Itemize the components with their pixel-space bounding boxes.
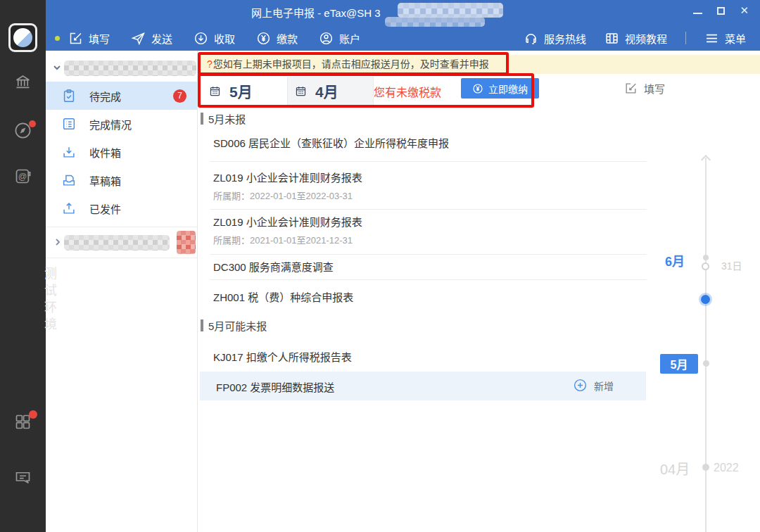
sidebar-menu: 待完成 7 完成情况 收件箱 草稿箱 已发件: [46, 82, 197, 222]
tab-month-may[interactable]: 5月: [202, 77, 288, 105]
toolbar-send-button[interactable]: 发送: [131, 31, 172, 46]
timeline-deadline-marker: [702, 262, 709, 270]
sidebar-item-todo[interactable]: 待完成 7: [46, 82, 197, 110]
edit-icon: [68, 31, 83, 46]
app-logo-icon[interactable]: [8, 23, 37, 52]
notice-banner: ?您如有上期未申报项目，请点击相应报送月份，及时查看并申报: [201, 55, 760, 74]
tab-month-label: 5月: [229, 80, 253, 101]
title-bar: 网上电子申报 - eTax@SH 3 ✕ 填写 发送 收取: [46, 0, 760, 51]
sidebar-item-sent[interactable]: 已发件: [46, 194, 197, 222]
section-header-unreported: 5月未报: [201, 111, 246, 126]
list-item[interactable]: ZL019 小企业会计准则财务报表: [213, 214, 362, 229]
list-icon: [61, 116, 77, 132]
tab-month-label: 4月: [315, 80, 338, 101]
panel-divider: [46, 227, 197, 227]
list-item[interactable]: ZL019 小企业会计准则财务报表: [213, 170, 362, 184]
close-icon[interactable]: ✕: [740, 6, 749, 15]
toolbar-send-label: 发送: [151, 31, 172, 46]
timeline-june-label[interactable]: 6月: [665, 251, 685, 270]
sidebar-item-label: 收件箱: [89, 145, 121, 160]
toolbar-menu-button[interactable]: 菜单: [704, 31, 746, 46]
pay-now-button[interactable]: 立即缴纳: [461, 78, 539, 99]
list-item-period: 所属期：2021-01-01至2021-12-31: [213, 233, 353, 246]
calendar-icon: [295, 85, 307, 97]
timeline-line: [705, 158, 707, 532]
send-icon: [131, 31, 146, 46]
bank-icon[interactable]: [13, 72, 32, 91]
row-divider: [210, 161, 647, 162]
sidebar-panel: 待完成 7 完成情况 收件箱 草稿箱 已发件: [46, 51, 198, 532]
fill-label: 填写: [644, 81, 665, 96]
tab-month-april[interactable]: 4月: [288, 77, 374, 105]
sidebar-item-drafts[interactable]: 草稿箱: [46, 166, 197, 194]
account-icon: [319, 31, 334, 46]
list-item[interactable]: ZH001 税（费）种综合申报表: [213, 289, 353, 304]
toolbar-video-button[interactable]: 视频教程: [604, 31, 667, 46]
list-item-highlighted[interactable]: FP002 发票明细数据报送 新增: [200, 372, 646, 400]
add-new-button[interactable]: 新增: [573, 378, 614, 393]
timeline-current-dot: [701, 295, 710, 304]
toolbar-divider: [685, 32, 686, 44]
yen-icon: [472, 83, 483, 94]
fill-button[interactable]: 填写: [624, 81, 665, 96]
todo-count-badge: 7: [173, 89, 186, 103]
sidebar-item-completion[interactable]: 完成情况: [46, 110, 197, 138]
sidebar-item-label: 待完成: [89, 89, 121, 103]
edit-icon: [624, 82, 638, 95]
company-selector[interactable]: [46, 56, 197, 80]
timeline-arrow-up-icon: [701, 155, 711, 165]
row-divider: [210, 254, 647, 255]
plus-circle-icon: [573, 378, 588, 393]
redacted-title-info: [398, 3, 503, 18]
timeline-dot: [702, 464, 709, 471]
toolbar-hotline-button[interactable]: 服务热线: [524, 31, 586, 46]
app-window: @ 测试环境 网上电子申报 - eTax@SH 3 ✕ 填写: [0, 0, 760, 532]
sidebar-item-label: 草稿箱: [89, 173, 121, 188]
timeline-may-badge[interactable]: 5月: [660, 354, 698, 374]
row-divider: [210, 209, 647, 210]
headset-icon: [524, 31, 538, 46]
section-header-maybe-unreported: 5月可能未报: [201, 318, 267, 333]
redacted-company-name: [64, 61, 196, 76]
toolbar-pay-button[interactable]: 缴款: [256, 31, 298, 46]
toolbar-receive-button[interactable]: 收取: [194, 31, 235, 46]
row-divider: [210, 279, 647, 280]
month-tabs: 5月 4月: [202, 77, 374, 105]
list-item[interactable]: SD006 居民企业（查账征收）企业所得税年度申报: [213, 135, 449, 150]
toolbar-receive-label: 收取: [214, 31, 235, 46]
list-item[interactable]: DC300 服务商满意度调查: [213, 259, 334, 274]
hamburger-icon: [704, 31, 719, 46]
toolbar-fill-label: 填写: [89, 31, 110, 46]
drafts-icon: [61, 172, 77, 188]
left-rail: @ 测试环境: [0, 0, 46, 532]
toolbar-video-label: 视频教程: [625, 31, 667, 46]
redacted-group-name: [64, 235, 170, 251]
timeline-dot: [703, 360, 709, 367]
toolbar-account-button[interactable]: 账户: [319, 31, 360, 46]
list-item-period: 所属期：2022-01-01至2022-03-31: [213, 189, 353, 202]
main-content: ?您如有上期未申报项目，请点击相应报送月份，及时查看并申报 5月 4月 您有未缴…: [198, 51, 760, 532]
sidebar-item-label: 完成情况: [89, 117, 132, 132]
apps-notification-dot: [29, 410, 37, 419]
collapsed-group-row[interactable]: [46, 228, 197, 256]
yen-icon: [256, 31, 271, 46]
sent-icon: [61, 201, 77, 216]
document-list-icon[interactable]: [13, 468, 32, 487]
timeline-april-label[interactable]: 04月: [660, 458, 690, 479]
unpaid-tax-warning: 您有未缴税款: [374, 83, 441, 100]
sidebar-item-inbox[interactable]: 收件箱: [46, 138, 197, 166]
list-item[interactable]: KJ017 扣缴个人所得税报告表: [213, 349, 352, 364]
maximize-icon[interactable]: [717, 7, 725, 15]
chevron-down-icon: [53, 63, 61, 72]
chevron-right-icon: [53, 238, 62, 246]
toolbar-fill-button[interactable]: 填写: [68, 31, 110, 46]
toolbar-hotline-label: 服务热线: [544, 31, 586, 46]
svg-text:@: @: [18, 172, 27, 182]
inbox-icon: [61, 144, 77, 160]
mail-at-icon[interactable]: @: [13, 167, 32, 186]
calendar-icon: [209, 85, 221, 97]
compass-notification-dot: [29, 120, 36, 127]
sidebar-item-label: 已发件: [89, 201, 121, 216]
timeline-year-label: 2022: [714, 462, 739, 474]
minimize-icon[interactable]: [693, 13, 702, 14]
